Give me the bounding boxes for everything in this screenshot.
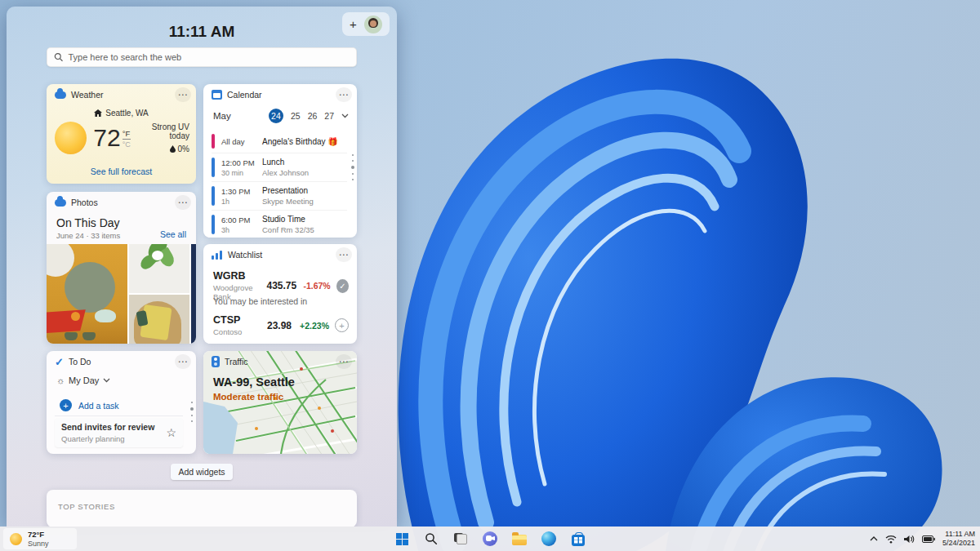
photos-more-button[interactable]: ⋯: [175, 195, 191, 210]
microsoft-store-button[interactable]: [568, 529, 588, 549]
calendar-day[interactable]: 25: [291, 111, 301, 121]
volume-icon[interactable]: [904, 535, 915, 544]
calendar-event[interactable]: All day Angela's Birthday 🎁: [212, 130, 347, 153]
add-widget-icon[interactable]: +: [350, 18, 357, 30]
watching-check-icon[interactable]: ✓: [336, 279, 349, 293]
traffic-widget: Traffic ⋯ WA-99, Seattle Moderate traffi…: [203, 351, 357, 454]
weather-unit-toggle[interactable]: °F °C: [122, 129, 131, 149]
taskbar-search-button[interactable]: [421, 529, 441, 549]
stocks-chart-icon: [212, 250, 223, 260]
todo-list-selector[interactable]: ☼ My Day: [56, 375, 110, 385]
photo-still-life[interactable]: [47, 244, 127, 344]
watchlist-suggestion-label: You may be interested in: [213, 296, 307, 306]
search-icon: [54, 52, 63, 62]
todo-widget-header: ✓ To Do: [47, 351, 196, 372]
photos-widget-header: Photos: [47, 192, 196, 213]
weather-forecast-link[interactable]: See full forecast: [47, 167, 196, 176]
user-avatar[interactable]: [364, 16, 382, 33]
file-explorer-button[interactable]: [510, 529, 529, 549]
photos-widget-title: Photos: [71, 198, 98, 207]
panel-clock: 11:11 AM: [7, 23, 397, 41]
stock-row[interactable]: CTSP Contoso 23.98 +2.23% +: [213, 314, 349, 336]
task-view-button[interactable]: [451, 529, 470, 549]
add-task-row[interactable]: + Add a task: [55, 395, 183, 416]
calendar-day[interactable]: 27: [324, 111, 334, 121]
top-stories-section[interactable]: TOP STORIES: [47, 490, 357, 527]
event-color-bar: [212, 134, 215, 149]
taskbar-weather-condition: Sunny: [28, 540, 49, 548]
calendar-event[interactable]: 6:00 PM3h Studio TimeConf Rm 32/35: [212, 210, 347, 238]
droplet-icon: [170, 145, 176, 153]
battery-icon[interactable]: [922, 535, 935, 543]
traffic-more-button[interactable]: ⋯: [336, 354, 352, 369]
calendar-event[interactable]: 1:30 PM1h PresentationSkype Meeting: [212, 181, 347, 210]
event-color-bar: [212, 186, 215, 206]
event-time-col: 12:00 PM30 min: [221, 158, 262, 177]
unit-fahrenheit[interactable]: °F: [122, 129, 131, 140]
task-subtitle: Quarterly planning: [61, 434, 154, 443]
chevron-down-icon[interactable]: [341, 113, 349, 118]
stock-name: Contoso: [213, 327, 242, 336]
stock-symbol: CTSP: [213, 314, 242, 326]
stock-symbol: WGRB: [213, 270, 267, 282]
calendar-event[interactable]: 12:00 PM30 min LunchAlex Johnson: [212, 153, 347, 181]
weather-condition: Strong UV today: [131, 122, 189, 140]
windows-logo-icon: [396, 533, 408, 545]
chat-button[interactable]: [480, 529, 500, 549]
wifi-icon[interactable]: [885, 535, 897, 544]
calendar-day[interactable]: 26: [308, 111, 318, 121]
weather-widget-title: Weather: [71, 90, 104, 100]
calendar-more-button[interactable]: ⋯: [336, 87, 352, 102]
traffic-status: Moderate traffic: [213, 392, 283, 402]
web-search-bar[interactable]: [47, 47, 357, 67]
watchlist-widget: Watchlist ⋯ WGRB Woodgrove Bank 435.75 -…: [203, 244, 357, 344]
weather-more-button[interactable]: ⋯: [175, 87, 191, 102]
search-input[interactable]: [68, 52, 350, 62]
traffic-light-icon: [212, 356, 220, 367]
event-color-bar: [212, 158, 215, 177]
task-row[interactable]: Send invites for review Quarterly planni…: [55, 418, 183, 447]
star-icon[interactable]: ☆: [166, 426, 176, 439]
search-icon: [425, 532, 438, 545]
unit-celsius[interactable]: °C: [122, 140, 131, 149]
task-title: Send invites for review: [61, 422, 154, 432]
event-text-col: PresentationSkype Meeting: [262, 186, 314, 206]
event-text-col: LunchAlex Johnson: [262, 158, 309, 177]
photo-partial[interactable]: [191, 244, 196, 344]
add-task-plus-icon: +: [60, 399, 72, 411]
edge-icon: [541, 531, 556, 546]
chevron-up-icon[interactable]: [870, 536, 878, 541]
my-day-sun-icon: ☼: [56, 376, 65, 385]
edge-browser-button[interactable]: [539, 529, 559, 549]
traffic-heading: WA-99, Seattle: [213, 375, 295, 389]
photo-hanging-plant[interactable]: [129, 244, 189, 293]
watchlist-widget-title: Watchlist: [228, 250, 262, 260]
add-widgets-button[interactable]: Add widgets: [171, 464, 233, 480]
watchlist-more-button[interactable]: ⋯: [336, 247, 352, 262]
photos-see-all-link[interactable]: See all: [160, 229, 186, 239]
weather-precip-row: 0%: [131, 144, 189, 153]
sun-icon: [55, 122, 87, 154]
calendar-widget-header: Calendar: [203, 84, 357, 105]
add-task-label: Add a task: [78, 401, 119, 411]
calendar-day-selected[interactable]: 24: [269, 109, 283, 123]
taskbar-sun-icon: [10, 533, 22, 545]
weather-location: Seattle, WA: [105, 109, 148, 118]
taskbar-weather-button[interactable]: 72°F Sunny: [3, 528, 77, 549]
todo-scrollbar-dots[interactable]: [190, 402, 194, 422]
weather-details: Strong UV today 0%: [131, 122, 189, 153]
task-text: Send invites for review Quarterly planni…: [61, 422, 154, 443]
add-stock-icon[interactable]: +: [335, 318, 349, 332]
panel-header-pill: +: [342, 12, 390, 36]
photo-wicker-chair[interactable]: [129, 295, 189, 344]
photos-collage[interactable]: [47, 244, 196, 344]
start-button[interactable]: [392, 529, 412, 549]
weather-location-row[interactable]: Seattle, WA: [47, 109, 196, 118]
taskbar-weather-temp: 72°F: [28, 530, 49, 539]
traffic-widget-header: Traffic: [203, 351, 357, 372]
tray-clock[interactable]: 11:11 AM 5/24/2021: [942, 530, 975, 549]
todo-more-button[interactable]: ⋯: [175, 354, 191, 369]
todo-widget: ✓ To Do ⋯ ☼ My Day + Add a task Send inv…: [47, 351, 196, 454]
folder-icon: [512, 535, 527, 545]
calendar-scrollbar-dots[interactable]: [351, 154, 354, 180]
